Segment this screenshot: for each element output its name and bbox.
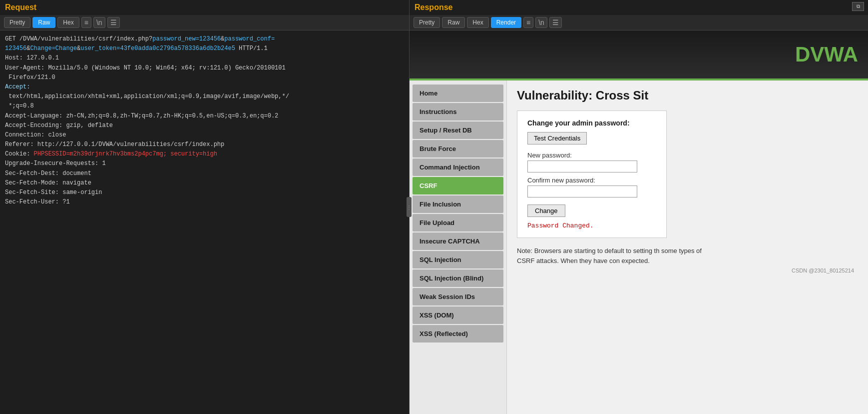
- confirm-password-input[interactable]: [527, 186, 637, 198]
- request-code-area[interactable]: GET /DVWA/vulnerabilities/csrf/index.php…: [0, 30, 409, 414]
- panel-divider[interactable]: ⋮: [407, 197, 412, 217]
- nav-command-injection[interactable]: Command Injection: [413, 158, 503, 176]
- response-header: Response: [410, 0, 868, 15]
- window-layout-btn[interactable]: ⧉: [852, 2, 864, 11]
- raw-btn[interactable]: Raw: [32, 17, 55, 28]
- nav-home[interactable]: Home: [413, 84, 503, 102]
- window-controls: ⧉: [852, 2, 864, 11]
- dvwa-sidebar: Home Instructions Setup / Reset DB Brute…: [410, 80, 507, 414]
- confirm-password-label: Confirm new password:: [527, 176, 656, 184]
- pretty-btn[interactable]: Pretty: [4, 17, 30, 28]
- nav-file-inclusion[interactable]: File Inclusion: [413, 196, 503, 213]
- nav-csrf[interactable]: CSRF: [413, 177, 503, 194]
- nav-insecure-captcha[interactable]: Insecure CAPTCHA: [413, 232, 503, 250]
- watermark: CSDN @2301_80125214: [517, 266, 858, 276]
- nav-file-upload[interactable]: File Upload: [413, 214, 503, 232]
- list-icon[interactable]: ≡: [81, 17, 91, 28]
- new-password-input[interactable]: [527, 160, 637, 172]
- dvwa-logo-a: A: [843, 42, 858, 66]
- test-credentials-button[interactable]: Test Credentials: [527, 132, 587, 144]
- nav-instructions[interactable]: Instructions: [413, 103, 503, 120]
- dvwa-logo: DVWA: [795, 42, 858, 66]
- dvwa-body: Home Instructions Setup / Reset DB Brute…: [410, 80, 868, 414]
- page-title: Vulnerability: Cross Sit: [517, 88, 858, 102]
- response-pretty-btn[interactable]: Pretty: [414, 17, 440, 28]
- nav-sql-injection[interactable]: SQL Injection: [413, 251, 503, 268]
- newline-icon[interactable]: \n: [93, 17, 105, 28]
- request-header: Request: [0, 0, 409, 15]
- response-content: DVWA Home Instructions Setup / Reset DB …: [410, 30, 868, 414]
- request-panel: Request Pretty Raw Hex ≡ \n ☰ GET /DVWA/…: [0, 0, 410, 414]
- response-hex-btn[interactable]: Hex: [467, 17, 488, 28]
- csrf-form-box: Change your admin password: Test Credent…: [517, 110, 667, 238]
- response-panel: ⋮ Response Pretty Raw Hex Render ≡ \n ☰ …: [410, 0, 868, 414]
- nav-brute-force[interactable]: Brute Force: [413, 140, 503, 158]
- nav-weak-session[interactable]: Weak Session IDs: [413, 288, 503, 306]
- response-menu-icon[interactable]: ☰: [549, 17, 562, 28]
- response-list-icon[interactable]: ≡: [523, 17, 533, 28]
- nav-xss-reflected[interactable]: XSS (Reflected): [413, 325, 503, 342]
- response-raw-btn[interactable]: Raw: [442, 17, 465, 28]
- nav-setup-reset[interactable]: Setup / Reset DB: [413, 122, 503, 139]
- menu-icon[interactable]: ☰: [107, 17, 120, 28]
- new-password-label: New password:: [527, 152, 656, 159]
- change-button[interactable]: Change: [527, 204, 565, 217]
- dvwa-main: Vulnerability: Cross Sit Change your adm…: [507, 80, 868, 414]
- dvwa-wrapper: DVWA Home Instructions Setup / Reset DB …: [410, 30, 868, 414]
- dvwa-note: Note: Browsers are starting to default t…: [517, 246, 717, 266]
- response-newline-icon[interactable]: \n: [535, 17, 547, 28]
- success-message: Password Changed.: [527, 222, 656, 230]
- form-title: Change your admin password:: [527, 119, 656, 127]
- nav-sql-injection-blind[interactable]: SQL Injection (Blind): [413, 270, 503, 287]
- response-toolbar: Pretty Raw Hex Render ≡ \n ☰: [410, 15, 868, 30]
- dvwa-logo-text: DVW: [795, 42, 843, 66]
- response-render-btn[interactable]: Render: [491, 17, 521, 28]
- nav-xss-dom[interactable]: XSS (DOM): [413, 306, 503, 324]
- request-toolbar: Pretty Raw Hex ≡ \n ☰: [0, 15, 409, 30]
- hex-btn[interactable]: Hex: [57, 17, 79, 28]
- dvwa-header: DVWA: [410, 30, 868, 80]
